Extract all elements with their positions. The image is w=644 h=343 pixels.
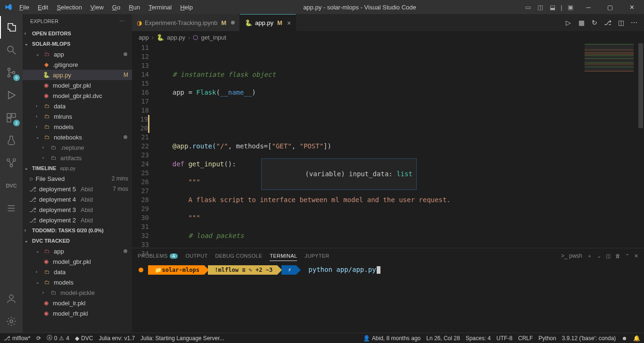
folder-notebooks[interactable]: ⌄🗀notebooks	[23, 132, 132, 142]
dvc-file-model-gbr[interactable]: ◉model_gbr.pkl	[23, 256, 132, 267]
status-sync[interactable]: ⟳	[36, 335, 41, 342]
folder-app[interactable]: ⌄🗀 app	[23, 49, 132, 59]
panel-tab-output[interactable]: OUTPUT	[185, 251, 207, 261]
run-button[interactable]: ▷	[563, 17, 573, 28]
menu-terminal[interactable]: Terminal	[144, 4, 176, 11]
folder-artifacts[interactable]: ›🗀artifacts	[23, 153, 132, 163]
timeline-item[interactable]: ○File Saved2 mins	[23, 173, 132, 184]
menu-view[interactable]: View	[86, 4, 108, 11]
menu-run[interactable]: Run	[124, 4, 144, 11]
status-problems[interactable]: ⓧ 0 ⚠ 4	[47, 334, 69, 342]
dvc-file-model-rfr[interactable]: ◉model_rfr.pkl	[23, 308, 132, 318]
terminal-dropdown-icon[interactable]: ⌄	[597, 253, 601, 259]
file-app-py[interactable]: 🐍app.py M	[23, 70, 132, 80]
menu-edit[interactable]: Edit	[33, 4, 52, 11]
timeline-item[interactable]: ⎇deployment 2Abid	[23, 215, 132, 225]
panel-tab-terminal[interactable]: TERMINAL	[270, 251, 297, 261]
section-workspace[interactable]: ⌄SOLAR-MLOPS	[23, 39, 132, 49]
menu-selection[interactable]: Selection	[52, 4, 86, 11]
status-julia-starting[interactable]: Julia: Starting Language Server...	[140, 335, 224, 342]
activity-explorer[interactable]	[0, 16, 23, 39]
maximize-panel-button[interactable]: ⌃	[625, 253, 629, 259]
status-language[interactable]: Python	[538, 335, 556, 342]
dvc-folder-app[interactable]: ⌄🗀app	[23, 246, 132, 256]
activity-debug[interactable]	[0, 84, 23, 106]
maximize-button[interactable]: ▢	[600, 0, 620, 14]
folder-data[interactable]: ›🗀data	[23, 101, 132, 111]
layout-btn-1[interactable]: ▭	[522, 1, 534, 13]
activity-scm[interactable]: 9	[0, 61, 23, 84]
tab-experiment-tracking[interactable]: ◑ Experiment-Tracking.ipynb M	[132, 14, 240, 31]
activity-dvc[interactable]: DVC	[0, 174, 23, 197]
more-actions-button[interactable]: ⋯	[629, 17, 639, 28]
panel-tab-debug[interactable]: DEBUG CONSOLE	[215, 251, 262, 261]
file-gitignore[interactable]: ◆.gitignore	[23, 59, 132, 70]
dvc-folder-models[interactable]: ⌄🗀models	[23, 277, 132, 287]
breadcrumbs[interactable]: app › 🐍 app.py › ⬡ get_input	[132, 31, 644, 43]
svg-rect-8	[7, 118, 11, 122]
close-tab-icon[interactable]: ×	[287, 19, 291, 27]
dvc-folder-data[interactable]: ›🗀data	[23, 267, 132, 277]
jupyter-icon: ◑	[137, 19, 142, 26]
code-editor[interactable]: 1112131415 1617181920 2122232425 2627282…	[132, 43, 644, 248]
status-dvc[interactable]: ◆ DVC	[75, 335, 93, 342]
customize-layout-btn[interactable]: ▣	[565, 1, 576, 13]
menu-go[interactable]: Go	[108, 4, 124, 11]
minimap[interactable]	[581, 43, 637, 248]
activity-test[interactable]	[0, 129, 23, 152]
menu-help[interactable]: Help	[176, 4, 197, 11]
activity-account[interactable]	[0, 287, 23, 310]
timeline-item[interactable]: ⎇deployment 4Abid	[23, 194, 132, 204]
close-button[interactable]: ✕	[621, 0, 642, 14]
hover-tooltip: (variable) input_data: list	[261, 158, 417, 190]
layout-btn-2[interactable]: ◫	[535, 1, 546, 13]
run-cell-button[interactable]: ▦	[576, 17, 586, 28]
file-model-gbr-pkl[interactable]: ◉model_gbr.pkl	[23, 80, 132, 90]
status-notifications-icon[interactable]: 🔔	[633, 335, 640, 342]
scrollbar-vertical[interactable]	[637, 43, 644, 248]
folder-neptune[interactable]: ›🗀.neptune	[23, 142, 132, 153]
panel-tab-jupyter[interactable]: JUPYTER	[305, 251, 329, 261]
git-button[interactable]: ⎇	[603, 17, 613, 28]
status-feedback-icon[interactable]: ☻	[621, 335, 627, 342]
activity-list[interactable]	[0, 197, 23, 220]
dvc-folder-model-pickle[interactable]: ›🗀model-pickle	[23, 287, 132, 298]
folder-mlruns[interactable]: ›🗀mlruns	[23, 111, 132, 122]
more-icon[interactable]: ⋯	[119, 18, 124, 24]
tab-app-py[interactable]: 🐍 app.py M ×	[240, 14, 296, 31]
svg-point-2	[8, 68, 10, 71]
status-blame[interactable]: 👤 Abid, 8 months ago	[363, 335, 421, 342]
terminal-shell-label[interactable]: >_ pwsh	[561, 253, 582, 259]
compare-button[interactable]: ↻	[589, 17, 600, 28]
status-eol[interactable]: CRLF	[518, 335, 533, 342]
status-interpreter[interactable]: 3.9.12 ('base': conda)	[562, 335, 616, 342]
file-model-gbr-dvc[interactable]: ◉model_gbr.pkl.dvc	[23, 90, 132, 101]
activity-settings[interactable]	[0, 310, 23, 333]
timeline-item[interactable]: ⎇deployment 5Abid7 mos	[23, 184, 132, 194]
code-lines[interactable]: # instantiate flask object app = Flask(_…	[155, 43, 644, 248]
kill-terminal-button[interactable]: 🗑	[615, 253, 620, 259]
timeline-item[interactable]: ⎇deployment 3Abid	[23, 204, 132, 215]
split-terminal-button[interactable]: ◫	[606, 253, 611, 259]
status-lncol[interactable]: Ln 26, Col 28	[426, 335, 460, 342]
folder-models[interactable]: ›🗀models	[23, 122, 132, 132]
status-branch[interactable]: ⎇ mlflow*	[4, 335, 31, 342]
layout-btn-3[interactable]: ⬓	[547, 1, 558, 13]
new-terminal-button[interactable]: ＋	[587, 253, 592, 260]
status-spaces[interactable]: Spaces: 4	[466, 335, 491, 342]
split-editor-button[interactable]: ◫	[616, 17, 626, 28]
activity-extensions[interactable]: 2	[0, 106, 23, 129]
terminal[interactable]: 📁 solar-mlops !mlflow ≡ ✎ +2 ~3 ⚡ python…	[132, 263, 644, 333]
status-encoding[interactable]: UTF-8	[496, 335, 512, 342]
section-timeline[interactable]: ⌄TIMELINE app.py	[23, 163, 132, 173]
status-julia-env[interactable]: Julia env: v1.7	[99, 335, 135, 342]
section-open-editors[interactable]: ›OPEN EDITORS	[23, 28, 132, 39]
activity-search[interactable]	[0, 39, 23, 61]
menu-file[interactable]: File	[15, 4, 33, 11]
dvc-file-model-lr[interactable]: ◉model_lr.pkl	[23, 298, 132, 308]
minimize-button[interactable]: ─	[578, 0, 599, 14]
section-todo[interactable]: ›TODOMD: TASKS 0/20 (0.0%)	[23, 225, 132, 236]
close-panel-button[interactable]: ✕	[634, 253, 638, 259]
section-dvc-tracked[interactable]: ⌄DVC TRACKED	[23, 236, 132, 246]
activity-remote[interactable]	[0, 152, 23, 174]
